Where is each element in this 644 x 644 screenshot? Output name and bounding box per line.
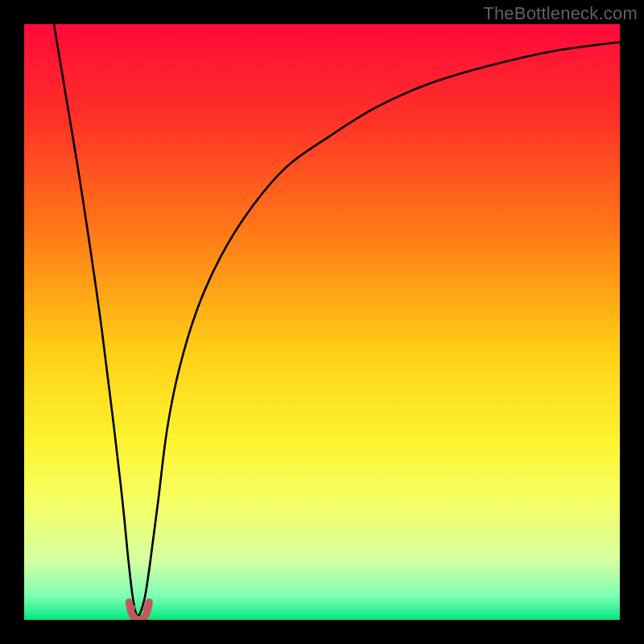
chart-frame: TheBottleneck.com [0,0,644,644]
valley-right-marker [142,604,151,612]
gradient-background [24,24,620,620]
watermark-text: TheBottleneck.com [483,3,638,24]
plot-area [24,24,620,620]
chart-svg [24,24,620,620]
valley-left-marker [127,604,135,612]
